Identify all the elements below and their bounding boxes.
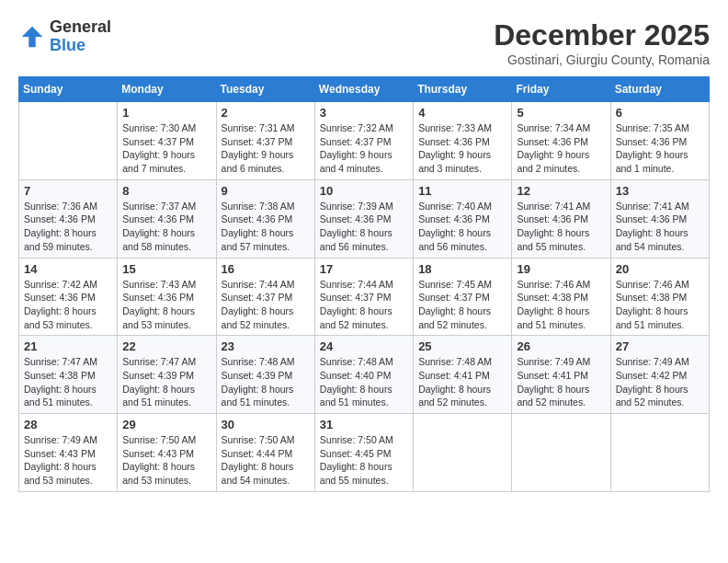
calendar-cell: 20Sunrise: 7:46 AMSunset: 4:38 PMDayligh… (610, 258, 709, 336)
calendar-cell: 14Sunrise: 7:42 AMSunset: 4:36 PMDayligh… (19, 258, 118, 336)
day-info: Sunrise: 7:50 AMSunset: 4:45 PMDaylight:… (320, 433, 408, 488)
day-info: Sunrise: 7:48 AMSunset: 4:41 PMDaylight:… (418, 355, 506, 409)
calendar-cell: 27Sunrise: 7:49 AMSunset: 4:42 PMDayligh… (610, 336, 709, 414)
day-number: 29 (122, 418, 210, 431)
logo-blue: Blue (50, 37, 111, 55)
day-info: Sunrise: 7:39 AMSunset: 4:36 PMDaylight:… (320, 200, 408, 254)
day-number: 22 (122, 339, 210, 353)
calendar-cell: 21Sunrise: 7:47 AMSunset: 4:38 PMDayligh… (19, 336, 118, 414)
day-info: Sunrise: 7:50 AMSunset: 4:43 PMDaylight:… (122, 433, 210, 488)
day-info: Sunrise: 7:32 AMSunset: 4:37 PMDaylight:… (320, 121, 408, 176)
calendar-cell: 15Sunrise: 7:43 AMSunset: 4:36 PMDayligh… (118, 258, 216, 336)
calendar-week-row: 1Sunrise: 7:30 AMSunset: 4:37 PMDaylight… (19, 102, 710, 180)
weekday-header: Monday (118, 77, 216, 102)
day-number: 5 (517, 106, 605, 120)
day-number: 31 (320, 418, 408, 431)
calendar-cell: 29Sunrise: 7:50 AMSunset: 4:43 PMDayligh… (118, 414, 216, 492)
calendar-week-row: 28Sunrise: 7:49 AMSunset: 4:43 PMDayligh… (19, 414, 710, 492)
day-info: Sunrise: 7:47 AMSunset: 4:39 PMDaylight:… (122, 355, 210, 409)
calendar-cell: 19Sunrise: 7:46 AMSunset: 4:38 PMDayligh… (512, 258, 610, 336)
day-number: 1 (122, 106, 210, 120)
weekday-header: Friday (512, 77, 610, 102)
calendar-cell (610, 414, 709, 492)
day-number: 24 (320, 339, 408, 353)
calendar-cell: 18Sunrise: 7:45 AMSunset: 4:37 PMDayligh… (414, 258, 512, 336)
month-title: December 2025 (494, 18, 710, 52)
day-info: Sunrise: 7:41 AMSunset: 4:36 PMDaylight:… (517, 200, 605, 254)
calendar-table: SundayMondayTuesdayWednesdayThursdayFrid… (18, 76, 710, 492)
calendar-cell: 9Sunrise: 7:38 AMSunset: 4:36 PMDaylight… (216, 179, 314, 258)
day-info: Sunrise: 7:30 AMSunset: 4:37 PMDaylight:… (122, 121, 210, 176)
calendar-cell: 12Sunrise: 7:41 AMSunset: 4:36 PMDayligh… (512, 179, 610, 258)
day-number: 26 (517, 339, 605, 353)
svg-marker-0 (22, 27, 43, 48)
day-number: 2 (222, 106, 310, 120)
day-number: 15 (122, 262, 210, 276)
weekday-header: Sunday (19, 77, 118, 102)
calendar-cell: 5Sunrise: 7:34 AMSunset: 4:36 PMDaylight… (512, 102, 610, 180)
day-number: 16 (222, 262, 310, 276)
day-info: Sunrise: 7:40 AMSunset: 4:36 PMDaylight:… (418, 200, 506, 254)
day-number: 4 (418, 106, 506, 120)
logo: General Blue (18, 18, 111, 55)
day-info: Sunrise: 7:46 AMSunset: 4:38 PMDaylight:… (517, 278, 605, 332)
day-info: Sunrise: 7:46 AMSunset: 4:38 PMDaylight:… (616, 278, 704, 332)
day-info: Sunrise: 7:35 AMSunset: 4:36 PMDaylight:… (616, 121, 704, 176)
day-info: Sunrise: 7:43 AMSunset: 4:36 PMDaylight:… (122, 278, 210, 332)
day-info: Sunrise: 7:45 AMSunset: 4:37 PMDaylight:… (418, 278, 506, 332)
day-info: Sunrise: 7:49 AMSunset: 4:42 PMDaylight:… (616, 355, 704, 409)
calendar-cell: 4Sunrise: 7:33 AMSunset: 4:36 PMDaylight… (414, 102, 512, 180)
calendar-cell: 28Sunrise: 7:49 AMSunset: 4:43 PMDayligh… (19, 414, 118, 492)
day-number: 17 (320, 262, 408, 276)
day-number: 12 (517, 184, 605, 198)
day-number: 7 (24, 184, 112, 198)
location-subtitle: Gostinari, Giurgiu County, Romania (494, 52, 710, 67)
calendar-cell: 24Sunrise: 7:48 AMSunset: 4:40 PMDayligh… (314, 336, 413, 414)
calendar-week-row: 14Sunrise: 7:42 AMSunset: 4:36 PMDayligh… (19, 258, 710, 336)
logo-text: General Blue (50, 18, 111, 55)
day-info: Sunrise: 7:49 AMSunset: 4:41 PMDaylight:… (517, 355, 605, 409)
title-area: December 2025 Gostinari, Giurgiu County,… (494, 18, 710, 67)
calendar-cell: 1Sunrise: 7:30 AMSunset: 4:37 PMDaylight… (118, 102, 216, 180)
day-info: Sunrise: 7:44 AMSunset: 4:37 PMDaylight:… (222, 278, 310, 332)
calendar-cell: 31Sunrise: 7:50 AMSunset: 4:45 PMDayligh… (314, 414, 413, 492)
calendar-week-row: 21Sunrise: 7:47 AMSunset: 4:38 PMDayligh… (19, 336, 710, 414)
calendar-cell (19, 102, 118, 180)
day-number: 11 (418, 184, 506, 198)
calendar-cell: 22Sunrise: 7:47 AMSunset: 4:39 PMDayligh… (118, 336, 216, 414)
calendar-cell: 13Sunrise: 7:41 AMSunset: 4:36 PMDayligh… (610, 179, 709, 258)
calendar-cell: 2Sunrise: 7:31 AMSunset: 4:37 PMDaylight… (216, 102, 314, 180)
day-info: Sunrise: 7:37 AMSunset: 4:36 PMDaylight:… (122, 200, 210, 254)
calendar-cell: 6Sunrise: 7:35 AMSunset: 4:36 PMDaylight… (610, 102, 709, 180)
day-number: 9 (222, 184, 310, 198)
day-info: Sunrise: 7:36 AMSunset: 4:36 PMDaylight:… (24, 200, 112, 254)
day-number: 30 (222, 418, 310, 431)
day-number: 8 (122, 184, 210, 198)
day-number: 6 (616, 106, 704, 120)
day-info: Sunrise: 7:31 AMSunset: 4:37 PMDaylight:… (222, 121, 310, 176)
calendar-cell: 17Sunrise: 7:44 AMSunset: 4:37 PMDayligh… (314, 258, 413, 336)
day-number: 25 (418, 339, 506, 353)
day-info: Sunrise: 7:50 AMSunset: 4:44 PMDaylight:… (222, 433, 310, 488)
calendar-cell: 16Sunrise: 7:44 AMSunset: 4:37 PMDayligh… (216, 258, 314, 336)
day-number: 10 (320, 184, 408, 198)
weekday-header: Wednesday (314, 77, 413, 102)
logo-general: General (50, 18, 111, 37)
day-info: Sunrise: 7:49 AMSunset: 4:43 PMDaylight:… (24, 433, 112, 488)
calendar-cell: 26Sunrise: 7:49 AMSunset: 4:41 PMDayligh… (512, 336, 610, 414)
day-info: Sunrise: 7:38 AMSunset: 4:36 PMDaylight:… (222, 200, 310, 254)
calendar-cell: 7Sunrise: 7:36 AMSunset: 4:36 PMDaylight… (19, 179, 118, 258)
calendar-cell: 10Sunrise: 7:39 AMSunset: 4:36 PMDayligh… (314, 179, 413, 258)
day-number: 28 (24, 418, 112, 431)
day-number: 27 (616, 339, 704, 353)
day-info: Sunrise: 7:34 AMSunset: 4:36 PMDaylight:… (517, 121, 605, 176)
calendar-cell (512, 414, 610, 492)
calendar-cell: 25Sunrise: 7:48 AMSunset: 4:41 PMDayligh… (414, 336, 512, 414)
day-info: Sunrise: 7:48 AMSunset: 4:40 PMDaylight:… (320, 355, 408, 409)
day-number: 23 (222, 339, 310, 353)
day-info: Sunrise: 7:48 AMSunset: 4:39 PMDaylight:… (222, 355, 310, 409)
logo-icon (18, 23, 46, 51)
day-number: 19 (517, 262, 605, 276)
day-info: Sunrise: 7:47 AMSunset: 4:38 PMDaylight:… (24, 355, 112, 409)
weekday-header: Thursday (414, 77, 512, 102)
